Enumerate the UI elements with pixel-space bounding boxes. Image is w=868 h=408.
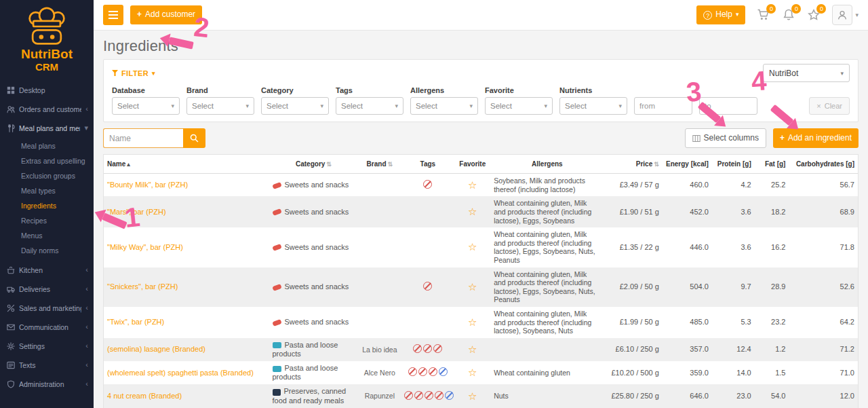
clear-filters-button[interactable]: ×Clear: [809, 97, 850, 115]
column-header-brand[interactable]: Brand⇅: [358, 155, 401, 174]
favorite-star-icon[interactable]: ☆: [468, 344, 477, 355]
select-value: Select: [416, 102, 437, 110]
favorite-star-icon[interactable]: ☆: [468, 390, 477, 402]
favorite-star-icon[interactable]: ☆: [468, 316, 477, 328]
sidebar-item-desktop[interactable]: Desktop: [0, 81, 94, 100]
table-row[interactable]: "Milky Way", bar (PZH)Sweets and snacks☆…: [104, 227, 858, 267]
vegan-icon: [439, 367, 448, 376]
column-header-favorite: Favorite: [454, 155, 490, 174]
filter-category-select[interactable]: Select▾: [261, 97, 329, 115]
favorite-cell: ☆: [454, 338, 490, 361]
ingredient-name-link[interactable]: "Twix", bar (PZH): [107, 318, 164, 326]
filter-database-select[interactable]: Select▾: [112, 97, 180, 115]
carbs-cell: 56.7: [789, 174, 858, 197]
sidebar-item-daily-norms[interactable]: Daily norms: [0, 243, 94, 258]
lactose-free-icon: [408, 367, 417, 376]
sidebar-item-exclusion-groups[interactable]: Exclusion groups: [0, 168, 94, 183]
ingredient-name-link[interactable]: "Bounty Milk", bar (PZH): [107, 181, 188, 189]
page-title: Ingredients: [103, 37, 859, 55]
price-cell: £10.20 / 500 g: [604, 361, 663, 384]
sidebar-item-ingredients[interactable]: Ingredients: [0, 198, 94, 213]
nutrient-from-input[interactable]: [634, 97, 692, 115]
filter-toggle[interactable]: FILTER ▾: [112, 69, 155, 77]
favorite-star-icon[interactable]: ☆: [468, 367, 477, 378]
name-cell: "Twix", bar (PZH): [104, 307, 269, 338]
tag-icons: [413, 344, 442, 353]
ingredient-name-link[interactable]: "Milky Way", bar (PZH): [107, 243, 183, 251]
administration-icon: [7, 380, 15, 388]
category-label: Sweets and snacks: [285, 181, 349, 189]
add-ingredient-button[interactable]: + Add an ingredient: [773, 128, 859, 148]
energy-cell: 504.0: [663, 267, 712, 307]
table-row[interactable]: (semolina) lasagne (Branded)Pasta and lo…: [104, 338, 858, 361]
filter-tags-select[interactable]: Select▾: [336, 97, 403, 115]
sidebar-item-deliveries[interactable]: Deliveries‹: [0, 280, 94, 299]
sidebar-item-meal-plans[interactable]: Meal plans: [0, 138, 94, 153]
brand-logo[interactable]: NutriBot CRM: [0, 0, 94, 77]
filter-favorite-select[interactable]: Select▾: [485, 97, 553, 115]
sidebar-item-settings[interactable]: Settings‹: [0, 337, 94, 356]
table-row[interactable]: "Snickers", bar (PZH)Sweets and snacks☆W…: [104, 267, 858, 307]
ingredient-name-link[interactable]: "Snickers", bar (PZH): [107, 282, 178, 291]
fat-cell: 16.2: [755, 227, 789, 267]
filter-brand-select[interactable]: Select▾: [186, 97, 254, 115]
favorite-star-icon[interactable]: ☆: [468, 206, 477, 217]
sidebar-item-sales-and-marketing[interactable]: Sales and marketing‹: [0, 299, 94, 318]
column-header-name[interactable]: Name▴: [104, 155, 269, 174]
column-header-label: Energy [kcal]: [666, 160, 709, 168]
filter-nutrients-select[interactable]: Select▾: [559, 97, 627, 115]
name-cell: (wholemeal spelt) spaghetti pasta (Brand…: [104, 361, 269, 384]
ingredient-name-link[interactable]: 4 nut cream (Branded): [107, 392, 182, 400]
chevron-left-icon: ‹: [85, 304, 88, 312]
nutrient-to-input[interactable]: [699, 97, 757, 115]
filter-allergens-select[interactable]: Select▾: [410, 97, 478, 115]
add-customer-button[interactable]: + Add customer: [130, 5, 202, 24]
database-profile-select[interactable]: NutriBot ▾: [763, 64, 850, 82]
favorite-star-icon[interactable]: ☆: [468, 179, 477, 191]
table-row[interactable]: (wholemeal spelt) spaghetti pasta (Brand…: [104, 361, 858, 384]
sidebar-item-meal-plans-and-menus[interactable]: Meal plans and menus▾: [0, 119, 94, 138]
sidebar-item-label: Sales and marketing: [19, 304, 81, 312]
sidebar-item-menus[interactable]: Menus: [0, 228, 94, 243]
sidebar-item-meal-types[interactable]: Meal types: [0, 183, 94, 198]
category-cell: Preserves, canned food and ready meals: [269, 384, 359, 407]
kitchen-icon: [7, 266, 15, 274]
search-button[interactable]: [183, 128, 205, 148]
ingredient-name-link[interactable]: "Mars", bar (PZH): [107, 208, 166, 216]
select-value: Select: [490, 102, 512, 110]
ingredient-name-link[interactable]: (semolina) lasagne (Branded): [107, 345, 205, 353]
filter-heading: FILTER: [121, 69, 149, 77]
cart-button[interactable]: 0: [757, 8, 770, 22]
sidebar-item-recipes[interactable]: Recipes: [0, 213, 94, 228]
favorite-star-icon[interactable]: ☆: [468, 241, 477, 253]
tag-icons: [404, 391, 454, 400]
filter-label: Allergens: [410, 86, 478, 94]
sidebar-item-texts[interactable]: Texts‹: [0, 356, 94, 375]
name-search-input[interactable]: [103, 128, 183, 148]
table-row[interactable]: "Bounty Milk", bar (PZH)Sweets and snack…: [104, 174, 858, 197]
favorite-star-icon[interactable]: ☆: [468, 281, 477, 293]
sidebar-item-extras-and-upselling[interactable]: Extras and upselling: [0, 153, 94, 168]
brand-cell: Rapunzel: [358, 384, 401, 407]
column-header-price[interactable]: Price⇅: [604, 155, 663, 174]
menu-toggle-button[interactable]: [103, 5, 123, 25]
select-columns-button[interactable]: Select columns: [685, 128, 766, 148]
table-row[interactable]: "Mars", bar (PZH)Sweets and snacks☆Wheat…: [104, 196, 858, 227]
help-button[interactable]: ? Help ▾: [696, 5, 745, 24]
sidebar-item-orders-and-customers[interactable]: Orders and customers‹: [0, 100, 94, 119]
cart-badge: 0: [766, 4, 776, 14]
filter-group-tags: TagsSelect▾: [336, 86, 403, 115]
user-menu[interactable]: ▾: [832, 5, 859, 25]
favorites-button[interactable]: 0: [807, 8, 821, 22]
vegan-icon: [445, 391, 454, 400]
sidebar-item-communication[interactable]: Communication‹: [0, 318, 94, 337]
notifications-button[interactable]: 0: [782, 8, 795, 22]
table-row[interactable]: 4 nut cream (Branded)Preserves, canned f…: [104, 384, 858, 407]
ingredient-name-link[interactable]: (wholemeal spelt) spaghetti pasta (Brand…: [107, 369, 254, 377]
table-row[interactable]: "Twix", bar (PZH)Sweets and snacks☆Wheat…: [104, 307, 858, 338]
column-header-category[interactable]: Category⇅: [269, 155, 359, 174]
allergens-cell: Wheat containing gluten, Milk and produc…: [490, 227, 604, 267]
sidebar-item-administration[interactable]: Administration‹: [0, 375, 94, 394]
sidebar-item-kitchen[interactable]: Kitchen‹: [0, 261, 94, 280]
fat-cell: 1.5: [755, 361, 789, 384]
